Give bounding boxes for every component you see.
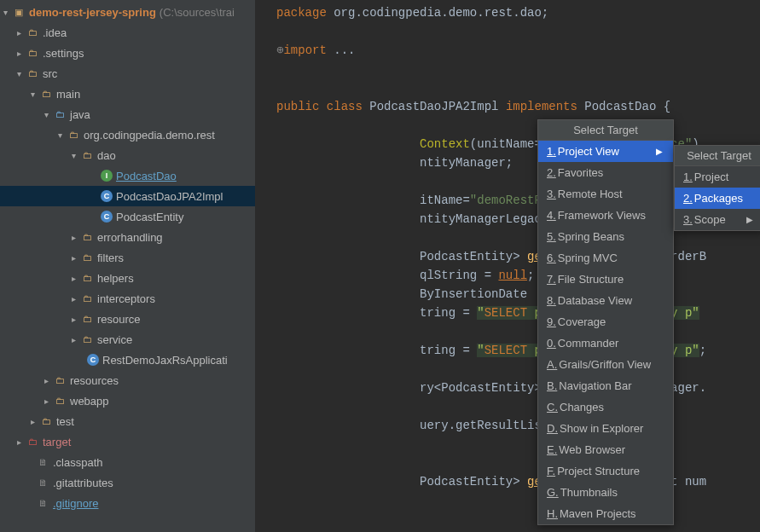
menu-item-maven-projects[interactable]: H. Maven Projects (538, 503, 673, 524)
popup-title: Select Target (538, 120, 673, 141)
submenu-arrow-icon: ▶ (656, 147, 663, 156)
file-icon: 🗎 (36, 476, 49, 489)
menu-item-label: Framework Views (558, 209, 646, 222)
menu-item-label: Project Structure (557, 465, 640, 477)
menu-item-commander[interactable]: 0. Commander (538, 332, 673, 354)
chevron-right-icon: ▸ (41, 376, 51, 385)
mnemonic: A. (547, 358, 557, 371)
mnemonic: D. (547, 422, 558, 435)
tree-item-gitignore[interactable]: ▸ 🗎 .gitignore (0, 493, 255, 513)
mnemonic: G. (547, 486, 559, 499)
tree-item-interceptors[interactable]: ▸ 🗀 interceptors (0, 288, 255, 309)
source-folder-icon: 🗀 (53, 107, 67, 121)
menu-item-database-view[interactable]: 8. Database View (538, 290, 673, 311)
menu-item-project-view[interactable]: 1. Project View▶ (538, 141, 673, 162)
menu-item-thumbnails[interactable]: G. Thumbnails (538, 482, 673, 503)
chevron-right-icon: ▸ (14, 28, 24, 38)
menu-item-label: Packages (694, 192, 743, 205)
tree-item-podcastdao[interactable]: ▸ I PodcastDao (0, 165, 255, 186)
menu-item-project-structure[interactable]: F. Project Structure (538, 460, 673, 482)
tree-item-main[interactable]: ▾ 🗀 main (0, 84, 255, 104)
tree-item-target[interactable]: ▸ 🗀 target (0, 431, 255, 452)
popup-title: Select Target (675, 146, 760, 166)
tree-root-label: demo-rest-jersey-spring (29, 6, 156, 19)
file-icon: 🗎 (36, 455, 49, 469)
tree-item-idea[interactable]: ▸ 🗀 .idea (0, 22, 255, 43)
menu-item-framework-views[interactable]: 4. Framework Views (538, 205, 673, 226)
tree-item-podcastdaoimpl[interactable]: ▸ C PodcastDaoJPA2Impl (0, 186, 255, 206)
mnemonic: 1. (547, 145, 556, 158)
class-icon: C (101, 190, 113, 202)
menu-item-show-in-explorer[interactable]: D. Show in Explorer (538, 418, 673, 439)
folder-icon: 🗀 (39, 87, 53, 101)
package-icon: 🗀 (80, 271, 94, 285)
menu-item-grails-griffon-view[interactable]: A. Grails/Griffon View (538, 354, 673, 375)
tree-item-pkg[interactable]: ▾ 🗀 org.codingpedia.demo.rest (0, 124, 255, 145)
submenu-item-project[interactable]: 1. Project (675, 166, 760, 188)
tree-item-helpers[interactable]: ▸ 🗀 helpers (0, 268, 255, 288)
file-icon: 🗎 (36, 496, 49, 510)
menu-item-label: Commander (558, 337, 619, 350)
menu-item-coverage[interactable]: 9. Coverage (538, 311, 673, 332)
chevron-right-icon: ▸ (41, 396, 51, 406)
menu-item-file-structure[interactable]: 7. File Structure (538, 269, 673, 290)
menu-item-changes[interactable]: C. Changes (538, 396, 673, 418)
tree-item-restdemo[interactable]: ▸ C RestDemoJaxRsApplicati (0, 350, 255, 370)
folder-icon: 🗀 (26, 26, 39, 39)
tree-item-classpath[interactable]: ▸ 🗎 .classpath (0, 452, 255, 472)
project-tree: ▾ ▣ demo-rest-jersey-spring (C:\sources\… (0, 0, 256, 532)
chevron-down-icon: ▾ (0, 8, 10, 17)
tree-item-service[interactable]: ▸ 🗀 service (0, 329, 255, 350)
chevron-right-icon: ▸ (68, 315, 78, 324)
mnemonic: 7. (547, 273, 556, 286)
mnemonic: 1. (683, 171, 693, 183)
tree-item-gitattributes[interactable]: ▸ 🗎 .gitattributes (0, 472, 255, 493)
mnemonic: E. (547, 443, 557, 456)
tree-item-src[interactable]: ▾ 🗀 src (0, 63, 255, 84)
package-icon: 🗀 (80, 230, 94, 244)
package-icon: 🗀 (80, 332, 94, 346)
interface-icon: I (101, 170, 113, 182)
menu-item-label: Grails/Griffon View (559, 358, 651, 371)
mnemonic: 2. (547, 166, 556, 179)
mnemonic: 2. (683, 192, 693, 205)
menu-item-navigation-bar[interactable]: B. Navigation Bar (538, 375, 673, 396)
menu-item-remote-host[interactable]: 3. Remote Host (538, 183, 673, 205)
tree-root[interactable]: ▾ ▣ demo-rest-jersey-spring (C:\sources\… (0, 2, 255, 22)
folder-icon: 🗀 (39, 414, 53, 428)
menu-item-label: Spring Beans (558, 230, 624, 243)
excluded-folder-icon: 🗀 (26, 435, 39, 448)
menu-item-label: Favorites (558, 166, 603, 179)
tree-root-path: (C:\sources\trai (160, 6, 235, 19)
code-editor[interactable]: package org.codingpedia.demo.rest.dao; ⊕… (256, 0, 760, 532)
mnemonic: 5. (547, 230, 556, 243)
mnemonic: C. (547, 401, 558, 413)
tree-item-filters[interactable]: ▸ 🗀 filters (0, 247, 255, 268)
folder-icon: 🗀 (26, 46, 39, 60)
mnemonic: 6. (547, 252, 556, 264)
mnemonic: 0. (547, 337, 556, 350)
menu-item-label: Database View (558, 294, 632, 307)
mnemonic: B. (547, 379, 557, 392)
menu-item-spring-mvc[interactable]: 6. Spring MVC (538, 247, 673, 269)
tree-item-resources[interactable]: ▸ 🗀 resources (0, 370, 255, 390)
submenu-item-scope[interactable]: 3. Scope▶ (675, 209, 760, 230)
menu-item-spring-beans[interactable]: 5. Spring Beans (538, 226, 673, 247)
module-icon: ▣ (12, 5, 26, 19)
tree-item-java[interactable]: ▾ 🗀 java (0, 104, 255, 124)
chevron-right-icon: ▸ (14, 437, 24, 447)
tree-item-errorhandling[interactable]: ▸ 🗀 errorhandling (0, 227, 255, 247)
tree-item-podcastentity[interactable]: ▸ C PodcastEntity (0, 206, 255, 227)
mnemonic: 3. (683, 213, 693, 226)
tree-item-settings[interactable]: ▸ 🗀 .settings (0, 43, 255, 63)
submenu-item-packages[interactable]: 2. Packages (675, 188, 760, 209)
folder-icon: 🗀 (26, 66, 39, 80)
menu-item-favorites[interactable]: 2. Favorites (538, 162, 673, 183)
menu-item-web-browser[interactable]: E. Web Browser (538, 439, 673, 460)
code-content: package org.codingpedia.demo.rest.dao; ⊕… (258, 3, 760, 491)
tree-item-webapp[interactable]: ▸ 🗀 webapp (0, 390, 255, 411)
chevron-right-icon: ▸ (68, 233, 78, 242)
tree-item-resource[interactable]: ▸ 🗀 resource (0, 309, 255, 329)
tree-item-dao[interactable]: ▾ 🗀 dao (0, 145, 255, 165)
tree-item-test[interactable]: ▸ 🗀 test (0, 411, 255, 431)
